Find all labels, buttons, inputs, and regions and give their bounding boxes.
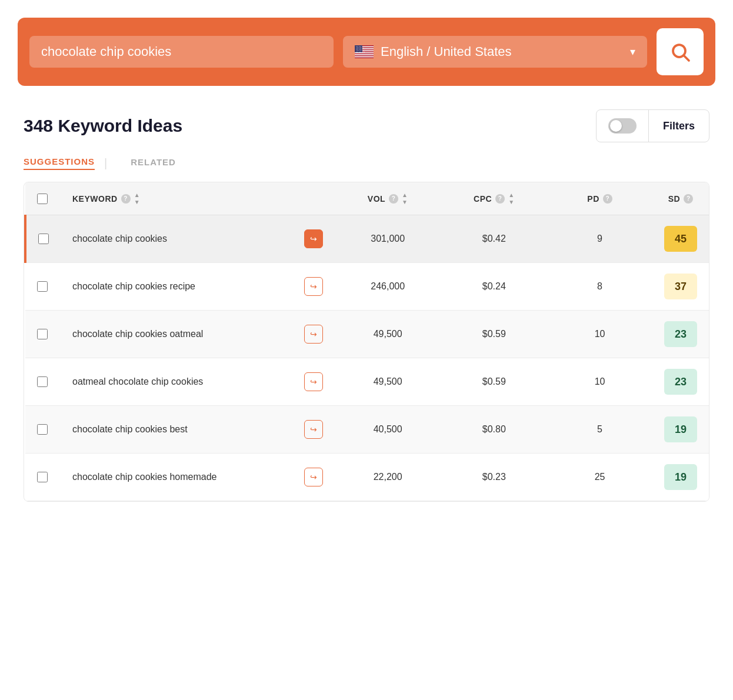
search-button[interactable] (657, 28, 704, 75)
keyword-col-header: KEYWORD (72, 194, 118, 204)
vol-value: 22,200 (335, 454, 441, 501)
sd-score-badge: 19 (664, 464, 697, 490)
cpc-help-icon[interactable]: ? (495, 194, 505, 204)
cpc-value: $0.42 (441, 215, 547, 263)
keyword-cell: chocolate chip cookies best ↪ (72, 420, 323, 439)
table-row: chocolate chip cookies ↪ 301,000 $0.42 9… (25, 215, 709, 263)
row-checkbox[interactable] (37, 424, 48, 435)
pd-col-header: PD (587, 194, 599, 204)
filters-button[interactable]: Filters (649, 112, 709, 141)
keyword-text: chocolate chip cookies recipe (72, 280, 297, 293)
main-content: 348 Keyword Ideas Filters SUGGESTIONS | … (18, 109, 715, 502)
sd-score-badge: 45 (664, 226, 697, 252)
pd-help-icon[interactable]: ? (603, 194, 612, 204)
keyword-cell: oatmeal chocolate chip cookies ↪ (72, 372, 323, 391)
svg-rect-4 (355, 52, 374, 54)
vol-sort[interactable]: ▲ ▼ (402, 192, 408, 205)
svg-line-14 (684, 56, 689, 61)
keyword-cell: chocolate chip cookies homemade ↪ (72, 468, 323, 486)
search-input[interactable] (41, 44, 322, 59)
select-all-checkbox[interactable] (37, 194, 48, 204)
toggle-track[interactable] (608, 118, 637, 134)
cpc-value: $0.59 (441, 311, 547, 358)
cpc-col-header: CPC (474, 194, 492, 204)
sd-col-header: SD (668, 194, 680, 204)
tab-suggestions[interactable]: SUGGESTIONS (24, 156, 95, 170)
chevron-down-icon: ▾ (630, 45, 635, 58)
svg-rect-6 (355, 56, 374, 58)
vol-value: 246,000 (335, 263, 441, 311)
svg-rect-5 (355, 54, 374, 55)
keyword-help-icon[interactable]: ? (121, 194, 131, 204)
cpc-value: $0.59 (441, 358, 547, 406)
sd-value: 23 (652, 311, 709, 358)
search-icon (669, 41, 691, 62)
sd-score-badge: 37 (664, 274, 697, 299)
pd-value: 5 (547, 406, 652, 454)
pd-value: 10 (547, 311, 652, 358)
keyword-cell: chocolate chip cookies ↪ (72, 229, 323, 248)
keyword-link-button[interactable]: ↪ (304, 325, 323, 344)
sd-value: 45 (652, 215, 709, 263)
table-row: chocolate chip cookies best ↪ 40,500 $0.… (25, 406, 709, 454)
table-row: chocolate chip cookies oatmeal ↪ 49,500 … (25, 311, 709, 358)
cpc-value: $0.23 (441, 454, 547, 501)
sd-value: 37 (652, 263, 709, 311)
vol-help-icon[interactable]: ? (389, 194, 398, 204)
search-bar: ★ ★ ★ ★ ★ ★ ★ ★ ★ ★ ★ ★ ★ ★ ★ ★ ★ ★ ★ ★ … (18, 18, 715, 86)
toggle-wrapper[interactable] (597, 110, 649, 142)
keyword-text: chocolate chip cookies best (72, 423, 297, 436)
vol-value: 301,000 (335, 215, 441, 263)
row-checkbox[interactable] (37, 329, 48, 339)
keyword-link-button[interactable]: ↪ (304, 372, 323, 391)
cpc-value: $0.80 (441, 406, 547, 454)
sd-score-badge: 19 (664, 416, 697, 442)
keyword-text: chocolate chip cookies (72, 232, 297, 245)
filters-area: Filters (596, 109, 709, 142)
keyword-sort[interactable]: ▲ ▼ (134, 192, 140, 205)
keyword-link-button[interactable]: ↪ (304, 229, 323, 248)
table-row: chocolate chip cookies homemade ↪ 22,200… (25, 454, 709, 501)
vol-col-header: VOL (368, 194, 385, 204)
us-flag-icon: ★ ★ ★ ★ ★ ★ ★ ★ ★ ★ ★ ★ ★ ★ ★ ★ ★ ★ ★ ★ … (355, 45, 374, 58)
row-checkbox[interactable] (37, 281, 48, 292)
sd-value: 19 (652, 454, 709, 501)
pd-value: 10 (547, 358, 652, 406)
table-container: KEYWORD ? ▲ ▼ VOL ? (24, 182, 709, 502)
language-label: English / United States (381, 44, 623, 59)
cpc-sort[interactable]: ▲ ▼ (508, 192, 514, 205)
vol-value: 49,500 (335, 358, 441, 406)
top-row: 348 Keyword Ideas Filters (24, 109, 709, 142)
keyword-cell: chocolate chip cookies oatmeal ↪ (72, 325, 323, 344)
tab-divider: | (104, 156, 107, 170)
table-row: chocolate chip cookies recipe ↪ 246,000 … (25, 263, 709, 311)
sd-score-badge: 23 (664, 321, 697, 347)
row-checkbox[interactable] (37, 472, 48, 482)
keyword-link-button[interactable]: ↪ (304, 420, 323, 439)
vol-value: 40,500 (335, 406, 441, 454)
table-header-row: KEYWORD ? ▲ ▼ VOL ? (25, 182, 709, 215)
keyword-link-button[interactable]: ↪ (304, 277, 323, 296)
keyword-text: oatmeal chocolate chip cookies (72, 375, 297, 388)
row-checkbox[interactable] (38, 234, 49, 244)
keyword-count: 348 Keyword Ideas (24, 116, 182, 136)
row-checkbox[interactable] (37, 376, 48, 387)
search-input-wrapper[interactable] (29, 36, 334, 68)
keyword-text: chocolate chip cookies oatmeal (72, 328, 297, 341)
keyword-cell: chocolate chip cookies recipe ↪ (72, 277, 323, 296)
pd-value: 8 (547, 263, 652, 311)
vol-value: 49,500 (335, 311, 441, 358)
sd-help-icon[interactable]: ? (684, 194, 693, 204)
toggle-thumb (610, 120, 622, 132)
pd-value: 9 (547, 215, 652, 263)
pd-value: 25 (547, 454, 652, 501)
cpc-value: $0.24 (441, 263, 547, 311)
sd-value: 19 (652, 406, 709, 454)
keyword-link-button[interactable]: ↪ (304, 468, 323, 486)
tab-related[interactable]: RELATED (131, 157, 176, 169)
keywords-table: KEYWORD ? ▲ ▼ VOL ? (24, 182, 709, 502)
table-row: oatmeal chocolate chip cookies ↪ 49,500 … (25, 358, 709, 406)
keyword-text: chocolate chip cookies homemade (72, 471, 297, 484)
sd-score-badge: 23 (664, 369, 697, 395)
language-selector[interactable]: ★ ★ ★ ★ ★ ★ ★ ★ ★ ★ ★ ★ ★ ★ ★ ★ ★ ★ ★ ★ … (343, 36, 647, 68)
